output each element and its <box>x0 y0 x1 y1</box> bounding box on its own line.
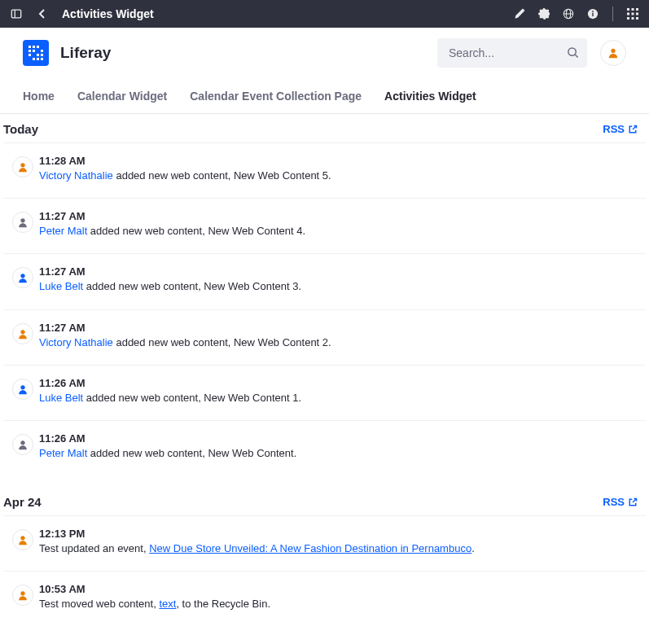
activity-body: 10:53 AMTest moved web content, text, to… <box>39 583 646 611</box>
topbar: Activities Widget <box>0 0 649 28</box>
svg-rect-19 <box>37 46 39 48</box>
activity-text: Victory Nathalie added new web content, … <box>39 169 646 183</box>
activity-item: 11:26 AMLuke Belt added new web content,… <box>3 365 646 420</box>
svg-rect-18 <box>33 46 35 48</box>
svg-rect-14 <box>627 17 629 20</box>
activity-description: added new web content, New Web Content 3… <box>83 280 301 292</box>
globe-icon[interactable] <box>562 7 575 20</box>
activity-avatar-icon[interactable] <box>12 156 33 177</box>
apps-grid-icon[interactable] <box>626 7 639 20</box>
svg-rect-17 <box>29 46 31 48</box>
brand-logo[interactable] <box>23 40 49 66</box>
nav-activities-widget[interactable]: Activities Widget <box>384 90 476 103</box>
activity-item: 11:27 AMLuke Belt added new web content,… <box>3 253 646 309</box>
activity-body: 11:26 AMPeter Malt added new web content… <box>39 432 646 461</box>
activity-text: Luke Belt added new web content, New Web… <box>39 391 646 405</box>
section-header: TodayRSS <box>0 114 649 142</box>
activity-text: Luke Belt added new web content, New Web… <box>39 279 646 294</box>
svg-line-30 <box>575 55 577 57</box>
search-input[interactable] <box>437 38 587 68</box>
activity-description: added new web content, New Web Content 2… <box>113 336 331 348</box>
activity-item: 11:27 AMVictory Nathalie added new web c… <box>3 309 646 365</box>
svg-rect-12 <box>632 13 634 15</box>
section-header: Apr 24RSS <box>0 487 649 515</box>
svg-rect-25 <box>41 54 43 56</box>
activity-time: 11:27 AM <box>39 322 646 334</box>
info-icon[interactable] <box>586 7 599 20</box>
site-header: Liferay <box>0 28 649 78</box>
activity-item: 10:53 AMTest moved web content, text, to… <box>3 571 646 626</box>
svg-point-31 <box>611 49 615 53</box>
rss-link[interactable]: RSS <box>603 123 646 135</box>
svg-rect-27 <box>37 58 39 60</box>
activity-body: 11:27 AMVictory Nathalie added new web c… <box>39 322 646 350</box>
activity-content-link[interactable]: text <box>159 598 176 610</box>
nav-calendar-widget[interactable]: Calendar Widget <box>77 90 167 103</box>
activity-text: Peter Malt added new web content, New We… <box>39 224 646 239</box>
activity-body: 11:28 AMVictory Nathalie added new web c… <box>39 155 646 183</box>
svg-rect-21 <box>33 50 35 52</box>
activity-avatar-icon[interactable] <box>12 529 33 550</box>
svg-rect-20 <box>29 50 31 52</box>
panel-toggle-icon[interactable] <box>10 7 23 20</box>
svg-rect-10 <box>636 8 638 11</box>
activity-time: 12:13 PM <box>39 528 646 540</box>
activity-avatar-icon[interactable] <box>12 379 33 400</box>
svg-point-38 <box>20 440 24 445</box>
activity-time: 11:27 AM <box>39 265 646 278</box>
rss-link[interactable]: RSS <box>603 496 646 508</box>
activity-time: 11:26 AM <box>39 377 646 389</box>
svg-rect-24 <box>37 54 39 56</box>
brand-name[interactable]: Liferay <box>60 44 111 62</box>
activity-text: Test moved web content, text, to the Rec… <box>39 597 646 611</box>
svg-rect-28 <box>41 58 43 60</box>
activity-item: 11:27 AMPeter Malt added new web content… <box>3 198 646 253</box>
activity-avatar-icon[interactable] <box>12 212 33 233</box>
activity-user-link[interactable]: Peter Malt <box>39 225 87 237</box>
activity-text: Peter Malt added new web content, New We… <box>39 446 646 461</box>
user-avatar[interactable] <box>600 40 626 66</box>
activity-description: added new web content, New Web Content 1… <box>83 392 301 404</box>
activity-suffix: . <box>471 542 475 554</box>
gear-icon[interactable] <box>537 7 550 20</box>
svg-rect-6 <box>592 13 593 16</box>
back-icon[interactable] <box>36 7 49 20</box>
svg-rect-9 <box>632 8 634 11</box>
activity-avatar-wrap <box>3 583 39 611</box>
activity-avatar-wrap <box>3 377 39 405</box>
activity-time: 11:28 AM <box>39 155 646 167</box>
activity-user-link[interactable]: Luke Belt <box>39 280 83 292</box>
activity-body: 11:26 AMLuke Belt added new web content,… <box>39 377 646 405</box>
edit-icon[interactable] <box>513 7 526 20</box>
activity-content-link[interactable]: New Due Store Unveiled: A New Fashion De… <box>149 542 471 554</box>
svg-point-29 <box>568 48 576 55</box>
svg-point-7 <box>592 11 594 12</box>
activity-avatar-wrap <box>3 210 39 239</box>
activity-avatar-icon[interactable] <box>12 434 33 455</box>
main-nav: Home Calendar Widget Calendar Event Coll… <box>0 78 649 114</box>
page-title: Activities Widget <box>62 7 154 20</box>
activity-avatar-wrap <box>3 528 39 556</box>
activity-avatar-icon[interactable] <box>12 323 33 344</box>
nav-calendar-event-collection[interactable]: Calendar Event Collection Page <box>190 90 362 103</box>
topbar-divider <box>612 7 613 21</box>
activity-avatar-wrap <box>3 322 39 350</box>
activity-user-link[interactable]: Victory Nathalie <box>39 169 113 182</box>
activity-prefix: Test updated an event, <box>39 542 149 554</box>
activity-avatar-icon[interactable] <box>12 267 33 288</box>
svg-rect-26 <box>33 58 35 60</box>
activity-avatar-wrap <box>3 155 39 183</box>
activity-user-link[interactable]: Peter Malt <box>39 447 87 459</box>
activity-avatar-icon[interactable] <box>12 585 33 606</box>
activity-item: 12:13 PMTest updated an event, New Due S… <box>3 515 646 571</box>
activity-prefix: Test moved web content, <box>39 598 159 610</box>
svg-rect-22 <box>41 50 43 52</box>
activity-time: 10:53 AM <box>39 583 646 595</box>
search-icon[interactable] <box>567 46 579 59</box>
activity-user-link[interactable]: Luke Belt <box>39 392 83 404</box>
activity-feed: TodayRSS 11:28 AMVictory Nathalie added … <box>0 114 649 627</box>
nav-home[interactable]: Home <box>23 90 55 103</box>
svg-rect-13 <box>636 13 638 15</box>
activity-time: 11:26 AM <box>39 432 646 445</box>
activity-user-link[interactable]: Victory Nathalie <box>39 336 113 348</box>
